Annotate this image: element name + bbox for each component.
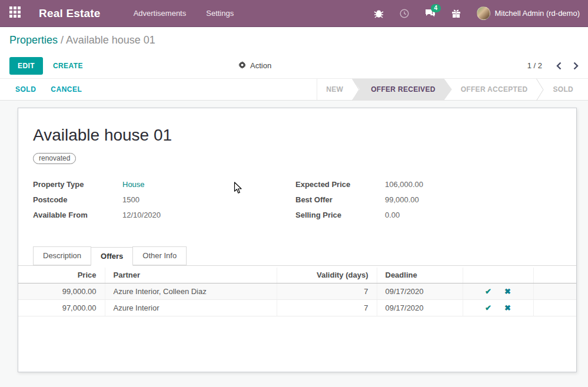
record-title: Available house 01	[33, 126, 562, 145]
stage-pipeline: NEW OFFER RECEIVED OFFER ACCEPTED SOLD	[317, 79, 588, 100]
edit-button[interactable]: EDIT	[9, 57, 43, 75]
accept-offer-icon[interactable]: ✔	[485, 303, 491, 312]
offers-table: Price Partner Validity (days) Deadline 9…	[18, 268, 576, 316]
action-menu-label: Action	[250, 61, 271, 70]
create-button[interactable]: CREATE	[53, 62, 83, 70]
expected-price-label: Expected Price	[295, 180, 385, 189]
gear-icon	[238, 61, 246, 71]
selling-price-label: Selling Price	[295, 211, 385, 219]
menu-advertisements[interactable]: Advertisements	[134, 9, 187, 18]
stage-offer-accepted[interactable]: OFFER ACCEPTED	[452, 79, 537, 100]
offers-header-row: Price Partner Validity (days) Deadline	[18, 268, 576, 283]
pager-value: 1 / 2	[527, 61, 542, 70]
user-menu[interactable]: Mitchell Admin (rd-demo)	[477, 6, 580, 20]
cell-price[interactable]: 99,000.00	[18, 283, 105, 300]
tab-description[interactable]: Description	[33, 246, 91, 265]
cancel-button[interactable]: CANCEL	[51, 85, 82, 94]
property-type-value[interactable]: House	[122, 180, 145, 189]
sold-button[interactable]: SOLD	[15, 85, 36, 94]
pager-next-icon[interactable]	[573, 62, 579, 70]
main-menu: Advertisements Settings	[134, 9, 234, 18]
cell-deadline[interactable]: 09/17/2020	[377, 300, 463, 316]
postcode-label: Postcode	[33, 195, 122, 204]
accept-offer-icon[interactable]: ✔	[485, 287, 491, 296]
column-header-deadline[interactable]: Deadline	[377, 268, 463, 283]
stage-separator-icon	[536, 79, 544, 100]
message-count-badge: 4	[431, 4, 441, 12]
column-header-validity[interactable]: Validity (days)	[277, 268, 377, 283]
form-sheet: Available house 01 renovated Property Ty…	[18, 108, 577, 372]
form-view: Available house 01 renovated Property Ty…	[0, 101, 588, 372]
pager-previous-icon[interactable]	[556, 62, 562, 70]
user-avatar	[477, 6, 490, 20]
field-group-right: Expected Price 106,000.00 Best Offer 99,…	[295, 180, 558, 226]
stage-offer-received[interactable]: OFFER RECEIVED	[352, 79, 452, 100]
cell-partner[interactable]: Azure Interior, Colleen Diaz	[105, 283, 277, 300]
available-from-value: 12/10/2020	[122, 211, 161, 219]
systray: 4 Mitchell Admin (rd-demo)	[374, 6, 580, 20]
pager: 1 / 2	[527, 61, 579, 70]
column-header-actions	[463, 268, 533, 283]
postcode-value: 1500	[122, 195, 139, 204]
apps-menu-button[interactable]	[0, 0, 29, 27]
stage-new[interactable]: NEW	[317, 79, 352, 100]
clock-icon[interactable]	[400, 9, 409, 18]
apps-grid-icon	[9, 6, 21, 20]
available-from-label: Available From	[33, 211, 122, 219]
user-name: Mitchell Admin (rd-demo)	[495, 9, 580, 18]
tab-other-info[interactable]: Other Info	[132, 246, 187, 265]
top-navbar: Real Estate Advertisements Settings 4	[0, 0, 588, 27]
bug-icon[interactable]	[374, 9, 384, 18]
offer-row[interactable]: 99,000.00 Azure Interior, Colleen Diaz 7…	[18, 283, 576, 300]
cell-deadline[interactable]: 09/17/2020	[377, 283, 463, 300]
stage-sold[interactable]: SOLD	[544, 79, 582, 100]
cell-partner[interactable]: Azure Interior	[105, 300, 277, 316]
breadcrumb-separator: /	[58, 34, 66, 46]
selling-price-value: 0.00	[385, 211, 400, 219]
best-offer-label: Best Offer	[295, 195, 385, 204]
breadcrumb: Properties / Available house 01	[9, 34, 579, 53]
cell-validity[interactable]: 7	[277, 283, 377, 300]
menu-settings[interactable]: Settings	[206, 9, 234, 18]
property-type-label: Property Type	[33, 180, 122, 189]
cell-validity[interactable]: 7	[277, 300, 377, 316]
gift-icon[interactable]	[451, 9, 461, 18]
statusbar: SOLD CANCEL NEW OFFER RECEIVED OFFER ACC…	[0, 79, 588, 101]
refuse-offer-icon[interactable]: ✖	[504, 303, 511, 312]
field-groups: Property Type House Postcode 1500 Availa…	[33, 180, 562, 226]
app-title[interactable]: Real Estate	[39, 7, 101, 20]
best-offer-value: 99,000.00	[385, 195, 419, 204]
refuse-offer-icon[interactable]: ✖	[504, 287, 511, 296]
column-header-partner[interactable]: Partner	[105, 268, 277, 283]
expected-price-value: 106,000.00	[385, 180, 423, 189]
column-header-filler	[533, 268, 576, 283]
cell-price[interactable]: 97,000.00	[18, 300, 105, 316]
breadcrumb-current: Available house 01	[66, 34, 155, 46]
breadcrumb-properties[interactable]: Properties	[9, 34, 58, 46]
messages-icon[interactable]: 4	[425, 9, 436, 18]
notebook-tabs: Description Offers Other Info	[18, 246, 576, 266]
offer-row[interactable]: 97,000.00 Azure Interior 7 09/17/2020 ✔ …	[18, 300, 576, 316]
action-menu[interactable]: Action	[238, 61, 271, 71]
tag-renovated: renovated	[33, 153, 76, 164]
control-panel: Properties / Available house 01 EDIT CRE…	[0, 27, 588, 79]
tab-offers[interactable]: Offers	[91, 247, 133, 266]
column-header-price[interactable]: Price	[18, 268, 105, 283]
field-group-left: Property Type House Postcode 1500 Availa…	[33, 180, 295, 226]
